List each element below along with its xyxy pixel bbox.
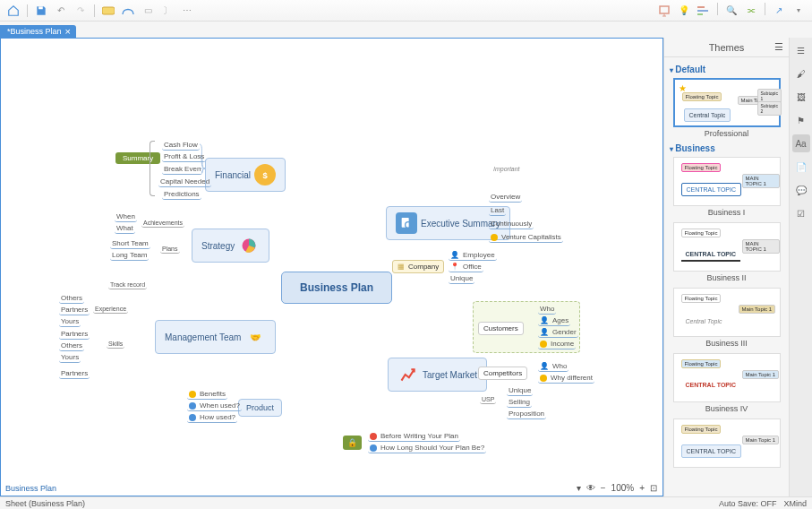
subgroup[interactable]: Track record [108,280,147,289]
leaf[interactable]: Others [59,293,84,304]
summary-icon[interactable]: 〕 [159,3,175,19]
search-icon[interactable]: 🔍 [723,3,739,19]
leaf[interactable]: Yours [59,316,81,327]
leaf[interactable]: Income [538,339,576,349]
theme-thumb-business4[interactable]: Floating Topic CENTRAL TOPIC Main Topic … [673,353,781,402]
leaf[interactable]: Yours [59,352,81,363]
branch-strategy[interactable]: Strategy [192,229,269,263]
leaf[interactable]: Last [489,205,506,216]
leaf[interactable]: When used? [187,401,242,411]
leaf[interactable]: Others [59,341,84,351]
branch-product[interactable]: Product [238,399,282,417]
leaf[interactable]: Unique [507,385,533,396]
leaf[interactable]: Partners [59,329,90,340]
comments-icon[interactable]: 💬 [792,181,810,199]
theme-thumb-business1[interactable]: Floating Topic CENTRAL TOPIC MAIN TOPIC … [673,157,781,206]
fit-icon[interactable]: ⊡ [650,483,657,493]
marker-icon[interactable]: ⚑ [792,111,810,129]
theme-thumb-more[interactable]: Floating Topic CENTRAL TOPIC Main Topic … [673,418,781,468]
subgroup-customers[interactable]: Customers [478,322,524,335]
theme-thumb-professional[interactable]: ★ Floating Topic Central Topic Main Topi… [673,78,781,127]
outline-icon[interactable]: ☰ [792,41,810,59]
theme-thumb-business2[interactable]: Floating Topic CENTRAL TOPIC MAIN TOPIC … [673,222,781,272]
themes-icon[interactable]: Aa [792,134,810,152]
zoom-in[interactable]: + [639,483,645,493]
autosave-status: Auto Save: OFF [719,499,777,508]
floating-topic[interactable]: 🔒 [343,436,362,450]
filter-icon[interactable]: ▾ [577,483,581,493]
theme-category-default[interactable]: Default [670,65,783,74]
leaf[interactable]: When [115,211,137,222]
eye-icon[interactable]: 👁 [586,483,595,493]
more-icon[interactable]: ⋯ [179,3,195,19]
leaf[interactable]: Continuously [489,219,534,229]
person-icon: 👤 [450,251,459,259]
format-icon[interactable]: 🖌 [792,65,810,82]
leaf[interactable]: Break Even [162,164,202,175]
leaf[interactable]: Partners [59,368,90,379]
tab-business-plan[interactable]: *Business Plan × [0,25,76,38]
leaf[interactable]: Capital Needed [158,177,211,187]
undo-icon[interactable]: ↶ [53,3,69,19]
zoom-out[interactable]: − [601,483,606,493]
chevron-down-icon[interactable]: ▾ [791,3,807,19]
leaf[interactable]: Before Writing Your Plan [368,431,460,442]
branch-management[interactable]: Management Team 🤝 [155,320,276,354]
leaf[interactable]: Proposition [507,409,546,419]
relationship-icon[interactable] [120,3,136,19]
mindmap-canvas[interactable]: Business Plan Financial $ Summary Cash F… [0,38,663,496]
leaf[interactable]: Overview [489,192,522,203]
image-icon[interactable]: 🖼 [792,88,810,106]
panel-menu-icon[interactable]: ☰ [774,41,783,53]
export-icon[interactable]: ↗ [771,3,787,19]
central-topic[interactable]: Business Plan [281,272,392,304]
leaf[interactable]: How used? [187,412,237,423]
leaf[interactable]: Why different [538,373,594,384]
leaf[interactable]: 👤 Ages [538,315,570,326]
leaf[interactable]: 📍 Office [449,262,483,272]
leaf[interactable]: Predictions [162,189,201,200]
branch-financial[interactable]: Financial $ [205,158,286,192]
task-icon[interactable]: ☑ [792,204,810,222]
leaf[interactable]: Unique [449,273,474,284]
subgroup[interactable]: Experience [93,305,128,314]
presentation-icon[interactable] [656,3,672,19]
leaf[interactable]: Profit & Loss [162,151,206,162]
leaf[interactable]: Cash Flow [162,140,200,151]
leaf[interactable]: 👤 Gender [538,327,578,338]
gantt-icon[interactable] [696,3,712,19]
notes-icon[interactable]: 📄 [792,158,810,176]
leaf[interactable]: What [115,223,135,234]
leaf[interactable]: Selling [507,397,532,408]
leaf[interactable]: Who [538,304,556,315]
leaf[interactable]: Partners [59,305,90,315]
summary-bracket [150,141,155,196]
leaf[interactable]: Venture Capitalists [489,232,563,243]
idea-icon[interactable]: 💡 [676,3,692,19]
subgroup-usp[interactable]: USP [480,395,496,404]
subgroup[interactable]: Achievements [141,219,184,228]
close-icon[interactable]: × [65,28,71,35]
topic-icon[interactable] [100,3,116,19]
subgroup[interactable]: Skills [107,340,124,349]
redo-icon[interactable]: ↷ [73,3,89,19]
boundary-icon[interactable]: ▭ [140,3,156,19]
save-icon[interactable] [33,3,49,19]
sheet-link[interactable]: Business Plan [0,482,62,496]
theme-thumb-business3[interactable]: Floating Topic Central Topic Main Topic … [673,288,781,337]
theme-label: Business III [670,339,783,348]
leaf[interactable]: 👤 Who [538,361,568,372]
leaf[interactable]: Long Team [110,250,149,261]
leaf[interactable]: Benefits [187,389,227,400]
marker-icon [189,414,196,421]
leaf[interactable]: Short Team [110,238,150,249]
branch-company[interactable]: ▦ Company [392,260,444,273]
leaf[interactable]: 👤 Employee [449,250,497,261]
home-icon[interactable] [5,3,21,19]
branch-target-market[interactable]: Target Market [388,358,487,392]
theme-category-business[interactable]: Business [670,143,783,153]
leaf[interactable]: How Long Should Your Plan Be? [368,443,486,453]
subgroup-competitors[interactable]: Competitors [478,367,527,380]
share-icon[interactable]: ⫘ [743,3,759,19]
subgroup[interactable]: Plans [160,245,180,254]
